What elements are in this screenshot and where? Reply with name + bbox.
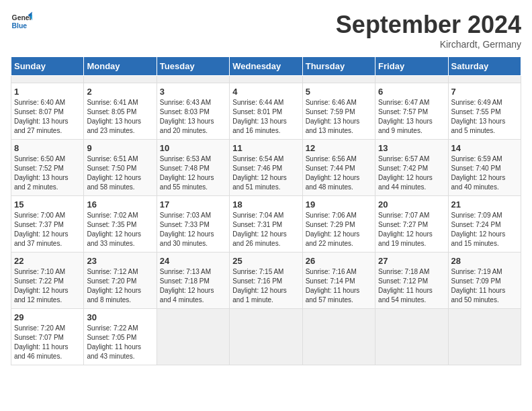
page-header: General Blue September 2024 Kirchardt, G… bbox=[11, 11, 521, 50]
calendar-cell: 20Sunrise: 7:07 AM Sunset: 7:27 PM Dayli… bbox=[375, 196, 448, 253]
weekday-header-thursday: Thursday bbox=[302, 57, 375, 76]
day-number: 2 bbox=[87, 87, 153, 97]
calendar-cell: 14Sunrise: 6:59 AM Sunset: 7:40 PM Dayli… bbox=[448, 140, 521, 196]
calendar-cell: 27Sunrise: 7:18 AM Sunset: 7:12 PM Dayli… bbox=[375, 253, 448, 309]
calendar-cell bbox=[84, 76, 157, 83]
day-number: 29 bbox=[14, 312, 81, 322]
calendar-cell bbox=[375, 76, 448, 83]
calendar-cell: 16Sunrise: 7:02 AM Sunset: 7:35 PM Dayli… bbox=[84, 196, 157, 253]
calendar-week-row bbox=[11, 76, 521, 83]
day-number: 1 bbox=[14, 87, 81, 97]
calendar-cell: 19Sunrise: 7:06 AM Sunset: 7:29 PM Dayli… bbox=[302, 196, 375, 253]
day-number: 25 bbox=[232, 256, 299, 266]
logo: General Blue bbox=[11, 11, 32, 32]
day-info: Sunrise: 6:51 AM Sunset: 7:50 PM Dayligh… bbox=[87, 154, 153, 192]
calendar-cell bbox=[157, 309, 229, 365]
weekday-header-friday: Friday bbox=[375, 57, 448, 76]
day-number: 28 bbox=[451, 256, 518, 266]
calendar-cell bbox=[302, 309, 375, 365]
day-info: Sunrise: 7:22 AM Sunset: 7:05 PM Dayligh… bbox=[87, 324, 153, 361]
calendar-cell bbox=[157, 76, 229, 83]
day-info: Sunrise: 7:12 AM Sunset: 7:20 PM Dayligh… bbox=[87, 267, 153, 305]
day-info: Sunrise: 7:20 AM Sunset: 7:07 PM Dayligh… bbox=[14, 324, 81, 361]
calendar-cell: 28Sunrise: 7:19 AM Sunset: 7:09 PM Dayli… bbox=[448, 253, 521, 309]
calendar-cell: 2Sunrise: 6:41 AM Sunset: 8:05 PM Daylig… bbox=[84, 83, 157, 140]
day-info: Sunrise: 6:46 AM Sunset: 7:59 PM Dayligh… bbox=[306, 98, 372, 136]
day-info: Sunrise: 7:00 AM Sunset: 7:37 PM Dayligh… bbox=[14, 211, 81, 248]
day-info: Sunrise: 7:10 AM Sunset: 7:22 PM Dayligh… bbox=[14, 267, 81, 305]
day-info: Sunrise: 7:02 AM Sunset: 7:35 PM Dayligh… bbox=[87, 211, 153, 248]
day-info: Sunrise: 7:16 AM Sunset: 7:14 PM Dayligh… bbox=[306, 267, 372, 305]
calendar-cell bbox=[448, 309, 521, 365]
day-number: 21 bbox=[451, 199, 518, 210]
calendar-cell: 10Sunrise: 6:53 AM Sunset: 7:48 PM Dayli… bbox=[157, 140, 229, 196]
calendar-table: SundayMondayTuesdayWednesdayThursdayFrid… bbox=[11, 56, 521, 365]
calendar-cell bbox=[230, 309, 302, 365]
calendar-cell: 23Sunrise: 7:12 AM Sunset: 7:20 PM Dayli… bbox=[84, 253, 157, 309]
calendar-cell: 12Sunrise: 6:56 AM Sunset: 7:44 PM Dayli… bbox=[302, 140, 375, 196]
calendar-cell: 13Sunrise: 6:57 AM Sunset: 7:42 PM Dayli… bbox=[375, 140, 448, 196]
calendar-cell: 4Sunrise: 6:44 AM Sunset: 8:01 PM Daylig… bbox=[230, 83, 302, 140]
day-number: 18 bbox=[232, 199, 299, 210]
day-number: 14 bbox=[451, 143, 518, 153]
svg-text:Blue: Blue bbox=[12, 22, 28, 30]
day-info: Sunrise: 6:40 AM Sunset: 8:07 PM Dayligh… bbox=[14, 98, 81, 136]
calendar-cell bbox=[375, 309, 448, 365]
calendar-cell: 30Sunrise: 7:22 AM Sunset: 7:05 PM Dayli… bbox=[84, 309, 157, 365]
day-number: 7 bbox=[451, 87, 518, 97]
calendar-cell: 29Sunrise: 7:20 AM Sunset: 7:07 PM Dayli… bbox=[11, 309, 84, 365]
calendar-cell: 25Sunrise: 7:15 AM Sunset: 7:16 PM Dayli… bbox=[230, 253, 302, 309]
calendar-week-row: 8Sunrise: 6:50 AM Sunset: 7:52 PM Daylig… bbox=[11, 140, 521, 196]
calendar-week-row: 22Sunrise: 7:10 AM Sunset: 7:22 PM Dayli… bbox=[11, 253, 521, 309]
day-number: 4 bbox=[232, 87, 299, 97]
calendar-cell: 15Sunrise: 7:00 AM Sunset: 7:37 PM Dayli… bbox=[11, 196, 84, 253]
day-number: 16 bbox=[87, 199, 153, 210]
calendar-cell: 3Sunrise: 6:43 AM Sunset: 8:03 PM Daylig… bbox=[157, 83, 229, 140]
day-info: Sunrise: 6:43 AM Sunset: 8:03 PM Dayligh… bbox=[160, 98, 226, 136]
day-number: 23 bbox=[87, 256, 153, 266]
day-number: 10 bbox=[160, 143, 226, 153]
day-number: 12 bbox=[306, 143, 372, 153]
day-info: Sunrise: 7:15 AM Sunset: 7:16 PM Dayligh… bbox=[232, 267, 299, 305]
weekday-header-monday: Monday bbox=[84, 57, 157, 76]
calendar-cell: 11Sunrise: 6:54 AM Sunset: 7:46 PM Dayli… bbox=[230, 140, 302, 196]
day-number: 22 bbox=[14, 256, 81, 266]
day-info: Sunrise: 6:50 AM Sunset: 7:52 PM Dayligh… bbox=[14, 154, 81, 192]
day-number: 11 bbox=[232, 143, 299, 153]
day-info: Sunrise: 6:59 AM Sunset: 7:40 PM Dayligh… bbox=[451, 154, 518, 192]
day-number: 6 bbox=[378, 87, 445, 97]
day-number: 3 bbox=[160, 87, 226, 97]
calendar-cell: 17Sunrise: 7:03 AM Sunset: 7:33 PM Dayli… bbox=[157, 196, 229, 253]
calendar-week-row: 29Sunrise: 7:20 AM Sunset: 7:07 PM Dayli… bbox=[11, 309, 521, 365]
calendar-cell bbox=[302, 76, 375, 83]
day-info: Sunrise: 6:53 AM Sunset: 7:48 PM Dayligh… bbox=[160, 154, 226, 192]
weekday-header-wednesday: Wednesday bbox=[230, 57, 302, 76]
location-subtitle: Kirchardt, Germany bbox=[336, 39, 521, 50]
day-info: Sunrise: 6:47 AM Sunset: 7:57 PM Dayligh… bbox=[378, 98, 445, 136]
day-number: 13 bbox=[378, 143, 445, 153]
day-number: 26 bbox=[306, 256, 372, 266]
logo-icon: General Blue bbox=[11, 11, 32, 32]
calendar-cell: 21Sunrise: 7:09 AM Sunset: 7:24 PM Dayli… bbox=[448, 196, 521, 253]
weekday-header-tuesday: Tuesday bbox=[157, 57, 229, 76]
day-number: 17 bbox=[160, 199, 226, 210]
day-info: Sunrise: 7:03 AM Sunset: 7:33 PM Dayligh… bbox=[160, 211, 226, 248]
weekday-header-sunday: Sunday bbox=[11, 57, 84, 76]
day-number: 8 bbox=[14, 143, 81, 153]
day-info: Sunrise: 6:49 AM Sunset: 7:55 PM Dayligh… bbox=[451, 98, 518, 136]
day-info: Sunrise: 6:44 AM Sunset: 8:01 PM Dayligh… bbox=[232, 98, 299, 136]
day-info: Sunrise: 7:18 AM Sunset: 7:12 PM Dayligh… bbox=[378, 267, 445, 305]
calendar-cell: 26Sunrise: 7:16 AM Sunset: 7:14 PM Dayli… bbox=[302, 253, 375, 309]
calendar-cell bbox=[230, 76, 302, 83]
day-info: Sunrise: 7:13 AM Sunset: 7:18 PM Dayligh… bbox=[160, 267, 226, 305]
day-number: 24 bbox=[160, 256, 226, 266]
calendar-week-row: 15Sunrise: 7:00 AM Sunset: 7:37 PM Dayli… bbox=[11, 196, 521, 253]
calendar-cell bbox=[11, 76, 84, 83]
calendar-week-row: 1Sunrise: 6:40 AM Sunset: 8:07 PM Daylig… bbox=[11, 83, 521, 140]
calendar-cell: 22Sunrise: 7:10 AM Sunset: 7:22 PM Dayli… bbox=[11, 253, 84, 309]
day-info: Sunrise: 6:57 AM Sunset: 7:42 PM Dayligh… bbox=[378, 154, 445, 192]
day-number: 5 bbox=[306, 87, 372, 97]
calendar-cell: 18Sunrise: 7:04 AM Sunset: 7:31 PM Dayli… bbox=[230, 196, 302, 253]
day-number: 15 bbox=[14, 199, 81, 210]
day-info: Sunrise: 7:09 AM Sunset: 7:24 PM Dayligh… bbox=[451, 211, 518, 248]
